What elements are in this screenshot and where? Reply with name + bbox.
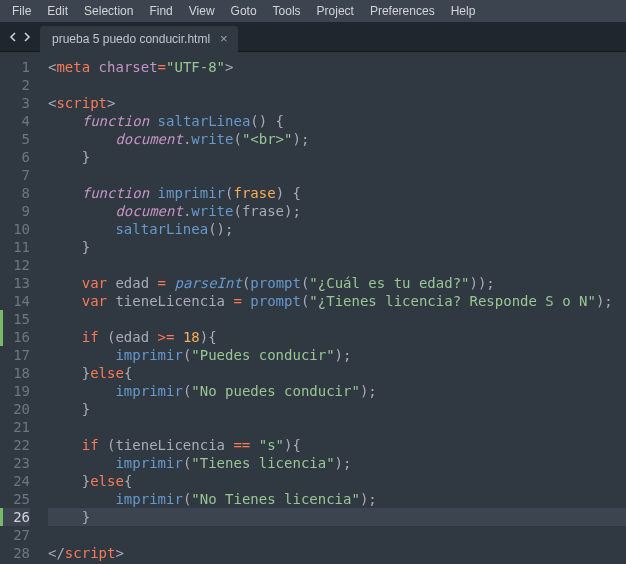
line-number: 27 (0, 526, 30, 544)
menu-item-help[interactable]: Help (443, 1, 484, 21)
menu-bar: FileEditSelectionFindViewGotoToolsProjec… (0, 0, 626, 22)
line-number: 19 (0, 382, 30, 400)
code-line[interactable]: if (edad >= 18){ (48, 328, 626, 346)
line-number: 16 (0, 328, 30, 346)
menu-item-selection[interactable]: Selection (76, 1, 141, 21)
code-line[interactable]: } (48, 400, 626, 418)
code-line[interactable]: imprimir("Tienes licencia"); (48, 454, 626, 472)
code-line[interactable] (48, 76, 626, 94)
code-line[interactable]: saltarLinea(); (48, 220, 626, 238)
menu-item-preferences[interactable]: Preferences (362, 1, 443, 21)
close-icon[interactable]: × (220, 32, 228, 45)
line-number: 26 (0, 508, 30, 526)
line-number: 6 (0, 148, 30, 166)
nav-forward-icon[interactable] (22, 32, 32, 42)
code-line[interactable] (48, 526, 626, 544)
line-number: 20 (0, 400, 30, 418)
line-number: 2 (0, 76, 30, 94)
menu-item-project[interactable]: Project (309, 1, 362, 21)
modified-marker (0, 328, 3, 346)
code-line[interactable] (48, 310, 626, 328)
line-number: 12 (0, 256, 30, 274)
code-line[interactable]: function imprimir(frase) { (48, 184, 626, 202)
line-number: 17 (0, 346, 30, 364)
menu-item-edit[interactable]: Edit (39, 1, 76, 21)
line-number: 8 (0, 184, 30, 202)
line-number: 28 (0, 544, 30, 562)
code-line[interactable]: var tieneLicencia = prompt("¿Tienes lice… (48, 292, 626, 310)
tab-active[interactable]: prueba 5 puedo conducir.html × (40, 26, 238, 52)
code-line[interactable]: if (tieneLicencia == "s"){ (48, 436, 626, 454)
tab-bar: prueba 5 puedo conducir.html × (0, 22, 626, 52)
line-number: 23 (0, 454, 30, 472)
code-line[interactable]: imprimir("No Tienes licencia"); (48, 490, 626, 508)
code-line[interactable]: document.write(frase); (48, 202, 626, 220)
line-number: 22 (0, 436, 30, 454)
line-number: 10 (0, 220, 30, 238)
nav-back-icon[interactable] (8, 32, 18, 42)
line-number: 24 (0, 472, 30, 490)
code-line[interactable]: var edad = parseInt(prompt("¿Cuál es tu … (48, 274, 626, 292)
code-line[interactable]: imprimir("No puedes conducir"); (48, 382, 626, 400)
nav-arrows (0, 32, 40, 42)
modified-marker (0, 508, 3, 526)
code-line[interactable] (48, 166, 626, 184)
menu-item-tools[interactable]: Tools (265, 1, 309, 21)
menu-item-file[interactable]: File (4, 1, 39, 21)
code-line[interactable]: <script> (48, 94, 626, 112)
line-number: 3 (0, 94, 30, 112)
code-line[interactable]: }else{ (48, 364, 626, 382)
code-line[interactable]: imprimir("Puedes conducir"); (48, 346, 626, 364)
menu-item-find[interactable]: Find (141, 1, 180, 21)
code-line[interactable]: } (48, 238, 626, 256)
code-line[interactable]: function saltarLinea() { (48, 112, 626, 130)
line-number: 25 (0, 490, 30, 508)
line-number: 21 (0, 418, 30, 436)
menu-item-view[interactable]: View (181, 1, 223, 21)
code-line[interactable]: document.write("<br>"); (48, 130, 626, 148)
code-line[interactable]: </script> (48, 544, 626, 562)
line-number: 13 (0, 274, 30, 292)
line-number: 5 (0, 130, 30, 148)
code-line[interactable]: <meta charset="UTF-8"> (48, 58, 626, 76)
tab-title: prueba 5 puedo conducir.html (52, 32, 210, 46)
line-number: 4 (0, 112, 30, 130)
line-number: 9 (0, 202, 30, 220)
line-number: 14 (0, 292, 30, 310)
line-gutter: 1234567891011121314151617181920212223242… (0, 52, 40, 564)
menu-item-goto[interactable]: Goto (223, 1, 265, 21)
line-number: 15 (0, 310, 30, 328)
code-line[interactable]: } (48, 148, 626, 166)
code-area[interactable]: <meta charset="UTF-8"> <script> function… (40, 52, 626, 564)
line-number: 18 (0, 364, 30, 382)
line-number: 11 (0, 238, 30, 256)
code-line[interactable]: }else{ (48, 472, 626, 490)
line-number: 7 (0, 166, 30, 184)
modified-marker (0, 310, 3, 328)
code-line[interactable]: } (48, 508, 626, 526)
code-line[interactable] (48, 256, 626, 274)
code-line[interactable] (48, 418, 626, 436)
line-number: 1 (0, 58, 30, 76)
code-editor[interactable]: 1234567891011121314151617181920212223242… (0, 52, 626, 564)
